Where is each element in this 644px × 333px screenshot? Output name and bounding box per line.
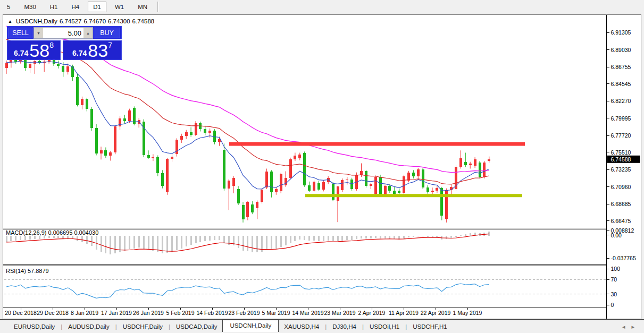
tab-dj30-h4[interactable]: DJ30,H4 bbox=[327, 321, 362, 332]
candle-body bbox=[213, 131, 216, 142]
candle-body bbox=[208, 131, 211, 133]
tab-scroll-arrows[interactable]: ◂▸ bbox=[622, 323, 641, 330]
candle-body bbox=[332, 184, 334, 200]
tab-separator: | bbox=[405, 323, 407, 330]
one-click-trade-panel: SELL ▼ ▲ BUY 6.74 58 8 6.74 83 7 bbox=[7, 26, 122, 60]
macd-histogram-bar bbox=[351, 236, 353, 240]
tab-xauusd-h4[interactable]: XAUUSD,H4 bbox=[279, 321, 324, 332]
sell-price-prefix: 6.74 bbox=[14, 48, 28, 58]
macd-histogram-bar bbox=[199, 236, 201, 242]
macd-histogram-bar bbox=[10, 236, 12, 241]
macd-histogram-bar bbox=[318, 236, 320, 241]
buy-price-box[interactable]: 6.74 83 7 bbox=[63, 40, 122, 60]
date-tick-label: 22 Apr 2019 bbox=[421, 310, 451, 316]
tab-usdchf-daily[interactable]: USDCHF,Daily bbox=[118, 321, 168, 332]
candle-body bbox=[303, 153, 306, 185]
candle-body bbox=[431, 191, 434, 192]
ma-fast-line bbox=[6, 61, 489, 191]
candle-body bbox=[223, 150, 225, 189]
macd-histogram-bar bbox=[77, 236, 78, 241]
timeframe-button-m30[interactable]: M30 bbox=[19, 2, 41, 12]
candle-body bbox=[256, 202, 258, 208]
macd-histogram-bar bbox=[39, 236, 40, 239]
macd-layer: MACD(12,26,9) 0.006695 0.0040300.0088120… bbox=[6, 227, 636, 261]
chart-high: 6.74670 bbox=[83, 18, 106, 24]
tab-usdchf-h1[interactable]: USDCHF,H1 bbox=[407, 321, 453, 332]
macd-histogram-bar bbox=[285, 236, 287, 245]
rsi-line bbox=[6, 284, 489, 298]
tab-eurusd-daily[interactable]: EURUSD,Daily bbox=[9, 321, 60, 332]
macd-histogram-bar bbox=[356, 236, 357, 240]
timeframe-button-mn[interactable]: MN bbox=[132, 2, 153, 12]
chart-title: ▲USDCNH,Daily6.745276.746706.743006.7458… bbox=[8, 18, 156, 24]
macd-histogram-bar bbox=[15, 236, 16, 241]
candle-body bbox=[57, 64, 60, 66]
candle-body bbox=[114, 126, 116, 152]
macd-histogram-bar bbox=[24, 236, 26, 240]
macd-histogram-bar bbox=[380, 236, 381, 238]
candle-body bbox=[76, 77, 79, 105]
support-line[interactable] bbox=[305, 194, 522, 197]
candle-body bbox=[5, 63, 8, 68]
macd-histogram-bar bbox=[48, 236, 50, 238]
timeframe-button-d1[interactable]: D1 bbox=[88, 2, 106, 12]
sell-button[interactable]: SELL bbox=[9, 28, 32, 38]
timeframe-button-w1[interactable]: W1 bbox=[110, 2, 129, 12]
macd-histogram-bar bbox=[337, 236, 339, 241]
timeframe-button-h1[interactable]: H1 bbox=[45, 2, 63, 12]
timeframe-button-h4[interactable]: H4 bbox=[66, 2, 85, 12]
rsi-axis-label: 100 bbox=[611, 266, 621, 272]
macd-histogram-bar bbox=[465, 234, 466, 236]
macd-histogram-bar bbox=[29, 236, 31, 240]
tab-scroll-left-icon[interactable]: ◂ bbox=[622, 323, 632, 330]
candle-body bbox=[62, 66, 64, 72]
macd-histogram-bar bbox=[81, 236, 83, 242]
price-tick-label: 6.86755 bbox=[611, 64, 631, 70]
resistance-line[interactable] bbox=[229, 142, 525, 146]
candle-body bbox=[133, 108, 136, 124]
macd-histogram-bar bbox=[304, 236, 305, 240]
sell-price-box[interactable]: 6.74 58 8 bbox=[7, 40, 61, 60]
macd-histogram-bar bbox=[455, 236, 457, 237]
macd-histogram-bar bbox=[271, 236, 272, 249]
macd-histogram-bar bbox=[413, 236, 414, 237]
macd-histogram-bar bbox=[91, 236, 93, 246]
price-tick-label: 6.66475 bbox=[611, 218, 631, 224]
macd-histogram-bar bbox=[6, 236, 7, 242]
candle-body bbox=[379, 177, 382, 195]
macd-histogram-bar bbox=[133, 236, 135, 249]
panel-collapse-icon[interactable]: ▲ bbox=[8, 19, 12, 24]
symbol-tab-bar: EURUSD,Daily|AUDUSD,Daily|USDCHF,Daily|U… bbox=[0, 319, 644, 333]
tab-usdoil-h1[interactable]: USDOil,H1 bbox=[364, 321, 405, 332]
tab-usdcad-daily[interactable]: USDCAD,Daily bbox=[171, 321, 222, 332]
candle-body bbox=[152, 157, 154, 158]
date-tick-label: 23 Feb 2019 bbox=[229, 310, 260, 316]
trade-panel-price-row: 6.74 58 8 6.74 83 7 bbox=[7, 40, 122, 60]
candle-body bbox=[86, 99, 88, 109]
macd-histogram-bar bbox=[238, 236, 239, 248]
macd-histogram-bar bbox=[62, 236, 64, 238]
macd-histogram-bar bbox=[44, 236, 45, 238]
buy-button[interactable]: BUY bbox=[94, 28, 120, 38]
macd-histogram-bar bbox=[148, 236, 149, 250]
volume-decrease-icon[interactable]: ▼ bbox=[34, 28, 43, 38]
candle-body bbox=[374, 177, 377, 194]
ma-medium-line bbox=[6, 39, 489, 184]
volume-input[interactable] bbox=[43, 28, 83, 38]
tab-scroll-right-icon[interactable]: ▸ bbox=[631, 323, 641, 330]
candle-body bbox=[474, 159, 476, 165]
macd-histogram-bar bbox=[166, 236, 168, 253]
macd-histogram-bar bbox=[275, 236, 277, 249]
macd-label: MACD(12,26,9) 0.006695 0.004030 bbox=[6, 229, 98, 236]
volume-increase-icon[interactable]: ▲ bbox=[83, 28, 93, 38]
date-tick-label: 1 May 2019 bbox=[453, 310, 482, 316]
macd-histogram-bar bbox=[294, 236, 296, 242]
macd-histogram-bar bbox=[470, 233, 471, 235]
timeframe-button-5[interactable]: 5 bbox=[2, 2, 15, 12]
tab-usdcnh-daily[interactable]: USDCNH,Daily bbox=[222, 320, 279, 332]
tab-audusd-daily[interactable]: AUDUSD,Daily bbox=[63, 321, 114, 332]
chart-window: 6.913056.890306.867556.845456.822706.799… bbox=[3, 14, 641, 319]
sell-price-sup: 8 bbox=[49, 42, 54, 48]
date-tick-label: 14 Feb 2019 bbox=[197, 310, 228, 316]
candle-body bbox=[147, 155, 150, 158]
